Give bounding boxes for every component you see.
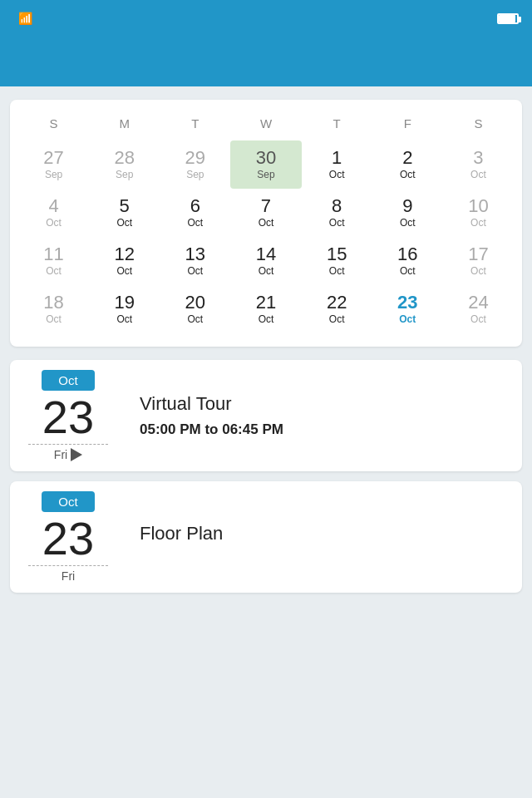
badge-weekday: Fri — [54, 448, 82, 461]
calendar-cell[interactable]: 27Sep — [18, 140, 89, 189]
header — [0, 37, 532, 86]
calendar-cell[interactable]: 5Oct — [89, 189, 160, 237]
calendar-cell[interactable]: 22Oct — [302, 285, 372, 333]
event-title: Floor Plan — [140, 523, 509, 544]
badge-day: 23 — [42, 515, 94, 562]
calendar-cell[interactable]: 6Oct — [160, 189, 230, 237]
calendar-cell[interactable]: 13Oct — [160, 237, 230, 285]
badge-weekday: Fri — [62, 569, 75, 583]
calendar-grid: 27Sep28Sep29Sep30Sep1Oct2Oct3Oct4Oct5Oct… — [18, 140, 514, 333]
event-time: 05:00 PM to 06:45 PM — [140, 421, 509, 438]
calendar-cell[interactable]: 2Oct — [372, 140, 443, 189]
calendar-cell[interactable]: 23Oct — [372, 285, 443, 333]
calendar-cell[interactable]: 16Oct — [372, 237, 443, 285]
calendar-cell[interactable]: 10Oct — [443, 189, 514, 237]
badge-divider — [28, 444, 108, 445]
day-header: W — [230, 113, 301, 134]
calendar-cell[interactable]: 30Sep — [230, 140, 301, 189]
day-header: S — [18, 113, 89, 134]
calendar-cell[interactable]: 18Oct — [18, 285, 89, 333]
event-card[interactable]: Oct 23 Fri Virtual Tour 05:00 PM to 06:4… — [10, 360, 522, 471]
badge-month: Oct — [42, 491, 94, 512]
badge-day: 23 — [42, 394, 94, 441]
status-left: 📶 — [13, 12, 32, 25]
event-info: Virtual Tour 05:00 PM to 06:45 PM — [126, 360, 522, 471]
calendar-cell[interactable]: 17Oct — [443, 237, 514, 285]
event-title: Virtual Tour — [140, 393, 509, 415]
day-header: M — [89, 113, 160, 134]
event-card[interactable]: Oct 23 Fri Floor Plan — [10, 481, 522, 593]
day-header: T — [160, 113, 230, 134]
calendar-cell[interactable]: 12Oct — [89, 237, 160, 285]
status-right — [497, 13, 519, 24]
calendar-cell[interactable]: 29Sep — [160, 140, 230, 189]
calendar-cell[interactable]: 24Oct — [443, 285, 514, 333]
events-section: Oct 23 Fri Virtual Tour 05:00 PM to 06:4… — [10, 360, 522, 593]
day-headers-row: SMTWTFS — [18, 113, 514, 134]
wifi-icon: 📶 — [18, 12, 32, 25]
calendar-cell[interactable]: 9Oct — [372, 189, 443, 237]
calendar-cell[interactable]: 20Oct — [160, 285, 230, 333]
badge-month: Oct — [42, 370, 94, 391]
calendar-cell[interactable]: 3Oct — [443, 140, 514, 189]
calendar-cell[interactable]: 28Sep — [89, 140, 160, 189]
status-bar: 📶 — [0, 0, 532, 37]
calendar-cell[interactable]: 21Oct — [230, 285, 301, 333]
calendar: SMTWTFS 27Sep28Sep29Sep30Sep1Oct2Oct3Oct… — [10, 100, 522, 347]
event-date-badge: Oct 23 Fri — [10, 481, 126, 593]
badge-divider — [28, 565, 108, 566]
day-header: T — [302, 113, 372, 134]
play-icon — [71, 448, 82, 461]
calendar-cell[interactable]: 4Oct — [18, 189, 89, 237]
calendar-cell[interactable]: 1Oct — [302, 140, 372, 189]
calendar-cell[interactable]: 14Oct — [230, 237, 301, 285]
calendar-cell[interactable]: 15Oct — [302, 237, 372, 285]
day-header: S — [443, 113, 514, 134]
day-header: F — [372, 113, 443, 134]
calendar-cell[interactable]: 11Oct — [18, 237, 89, 285]
event-info: Floor Plan — [126, 481, 522, 593]
calendar-cell[interactable]: 8Oct — [302, 189, 372, 237]
calendar-cell[interactable]: 7Oct — [230, 189, 301, 237]
battery-icon — [497, 13, 519, 24]
event-date-badge: Oct 23 Fri — [10, 360, 126, 471]
calendar-cell[interactable]: 19Oct — [89, 285, 160, 333]
